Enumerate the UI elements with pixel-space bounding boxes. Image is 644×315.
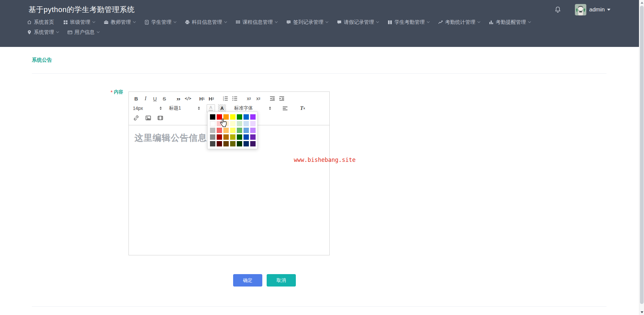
nav-item-class[interactable]: 班级管理 <box>63 19 95 25</box>
color-swatch[interactable] <box>230 134 235 140</box>
indent-button[interactable] <box>277 94 286 103</box>
color-swatch[interactable] <box>223 134 229 140</box>
top-divider <box>32 73 606 74</box>
nav-item-label: 签到记录管理 <box>293 19 323 25</box>
font-family-picker[interactable]: 标准字体 <box>234 105 271 111</box>
toolbar-row-1: B I U S ” </> H1 H2 123 x2 x2 <box>131 94 327 103</box>
chevron-down-icon <box>92 20 95 23</box>
outdent-button[interactable] <box>268 94 277 103</box>
color-swatch[interactable] <box>244 114 249 120</box>
header-right: admin <box>554 4 610 15</box>
color-swatch[interactable] <box>223 121 229 126</box>
color-swatch[interactable] <box>217 134 222 140</box>
bullet-list-button[interactable] <box>230 94 239 103</box>
chevron-down-icon <box>133 20 136 23</box>
color-swatch[interactable] <box>210 121 215 126</box>
color-swatch[interactable] <box>217 141 222 146</box>
heading2-button[interactable]: H2 <box>207 94 216 103</box>
chevron-down-icon <box>528 20 531 23</box>
color-swatch[interactable] <box>223 114 229 120</box>
updown-arrows-icon <box>198 107 200 110</box>
video-button[interactable] <box>156 114 165 122</box>
nav-item-home[interactable]: 系统首页 <box>27 19 54 25</box>
color-swatch[interactable] <box>230 141 235 146</box>
blockquote-button[interactable]: ” <box>174 94 183 103</box>
italic-button[interactable]: I <box>141 94 150 103</box>
font-size-picker[interactable]: 14px <box>133 106 162 111</box>
clean-format-button[interactable]: Tx <box>298 104 307 112</box>
nav-item-remind[interactable]: 考勤提醒管理 <box>489 19 530 25</box>
chevron-down-icon <box>427 20 429 23</box>
color-swatch[interactable] <box>210 128 215 133</box>
scroll-down-icon[interactable] <box>641 311 643 313</box>
font-color-button[interactable]: A <box>207 104 215 113</box>
nav-item-subject[interactable]: 科目信息管理 <box>185 19 226 25</box>
link-button[interactable] <box>131 114 141 122</box>
color-swatch[interactable] <box>217 114 222 120</box>
vertical-scrollbar[interactable] <box>639 0 644 315</box>
nav-item-label: 班级管理 <box>70 19 90 25</box>
color-swatch[interactable] <box>237 114 242 120</box>
color-swatch[interactable] <box>230 128 235 133</box>
nav-item-course[interactable]: 课程信息管理 <box>235 19 277 25</box>
window-icon <box>67 30 72 35</box>
nav-item-student[interactable]: 学生管理 <box>144 19 176 25</box>
scroll-up-icon[interactable] <box>641 2 643 4</box>
color-swatch[interactable] <box>244 121 249 126</box>
color-swatch[interactable] <box>250 141 256 146</box>
user-avatar[interactable] <box>575 4 586 15</box>
svg-text:3: 3 <box>223 99 224 101</box>
color-swatch[interactable] <box>244 128 249 133</box>
color-swatch[interactable] <box>237 128 242 133</box>
cancel-button[interactable]: 取消 <box>267 274 296 287</box>
idcard-icon <box>144 20 149 25</box>
underline-button[interactable]: U <box>150 94 160 103</box>
bell-icon[interactable] <box>554 6 561 13</box>
color-swatch[interactable] <box>217 128 222 133</box>
code-block-button[interactable]: </> <box>183 94 193 103</box>
nav-item-checkin[interactable]: 签到记录管理 <box>286 19 328 25</box>
color-swatch[interactable] <box>230 114 235 120</box>
bold-button[interactable]: B <box>131 94 141 103</box>
book-open-icon <box>387 20 392 25</box>
strikethrough-button[interactable]: S <box>160 94 169 103</box>
confirm-button[interactable]: 确定 <box>233 274 262 287</box>
scrollbar-thumb[interactable] <box>640 6 644 304</box>
color-swatch[interactable] <box>237 121 242 126</box>
color-swatch[interactable] <box>244 134 249 140</box>
color-swatch[interactable] <box>230 121 235 126</box>
color-swatch[interactable] <box>237 141 242 146</box>
nav-item-system[interactable]: 系统管理 <box>27 29 58 36</box>
color-swatch[interactable] <box>250 128 256 133</box>
align-button[interactable] <box>280 104 290 112</box>
heading1-button[interactable]: H1 <box>197 94 207 103</box>
color-swatch[interactable] <box>250 114 256 120</box>
superscript-button[interactable]: x2 <box>254 94 263 103</box>
ordered-list-button[interactable]: 123 <box>221 94 230 103</box>
subscript-button[interactable]: x2 <box>244 94 254 103</box>
color-swatch[interactable] <box>250 134 256 140</box>
image-button[interactable] <box>144 114 153 122</box>
background-color-button[interactable]: A <box>218 104 226 112</box>
color-swatch[interactable] <box>210 134 215 140</box>
color-swatch[interactable] <box>210 141 215 146</box>
color-swatch[interactable] <box>237 134 242 140</box>
nav-item-userinfo[interactable]: 用户信息 <box>67 29 99 36</box>
user-menu-caret-icon[interactable] <box>607 9 610 11</box>
color-swatch[interactable] <box>244 141 249 146</box>
nav-item-attendance[interactable]: 学生考勤管理 <box>387 19 429 25</box>
color-swatch[interactable] <box>250 121 256 126</box>
header-picker[interactable]: 标题1 <box>169 105 200 111</box>
nav-item-teacher[interactable]: 教师管理 <box>104 19 135 25</box>
color-swatch[interactable] <box>223 141 229 146</box>
nav-item-stats[interactable]: 考勤统计管理 <box>438 19 480 25</box>
chevron-down-icon <box>477 20 480 23</box>
nav-item-leave[interactable]: 请假记录管理 <box>337 19 378 25</box>
color-swatch[interactable] <box>217 121 222 126</box>
color-swatch[interactable] <box>210 114 215 120</box>
header-top: 基于python的学生考勤管理系统 admin <box>0 0 644 17</box>
user-name[interactable]: admin <box>589 6 605 13</box>
form-actions: 确定 取消 <box>233 274 296 287</box>
nav-item-label: 系统管理 <box>34 29 54 36</box>
color-swatch[interactable] <box>223 128 229 133</box>
